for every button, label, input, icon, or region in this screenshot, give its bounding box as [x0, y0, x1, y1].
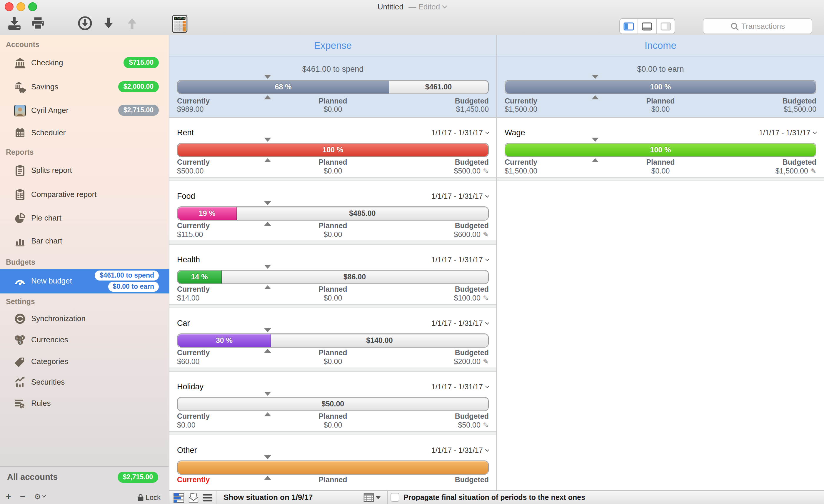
period-selector[interactable]: 1/1/17 - 1/31/17: [431, 256, 489, 264]
left-panel-icon: [623, 22, 634, 30]
avatar: [14, 105, 26, 116]
down-arrow-icon: [102, 16, 115, 30]
period-selector[interactable]: 1/1/17 - 1/31/17: [431, 192, 489, 201]
edit-budget-icon[interactable]: ✎: [811, 167, 816, 175]
pie-chart-icon: [14, 212, 26, 224]
propagate-option: Propagate final situation of periods to …: [391, 493, 585, 502]
download-button[interactable]: [102, 16, 115, 30]
print-button[interactable]: [30, 16, 45, 30]
calculator-button[interactable]: 3.141593: [172, 15, 188, 33]
expense-summary: $461.00 to spend 68 % $461.00 Currently …: [170, 57, 496, 118]
edit-budget-icon[interactable]: ✎: [483, 294, 489, 302]
import-button[interactable]: [78, 16, 92, 30]
account-name: Cyril Anger: [31, 100, 69, 121]
sidebar-item-comparative-report[interactable]: Comparative report: [0, 184, 170, 205]
right-panel-icon: [660, 22, 671, 30]
title-toolbar: Untitled — Edited: [0, 0, 824, 36]
window-title: Untitled — Edited: [0, 2, 824, 11]
sidebar-item-synchronization[interactable]: Synchronization: [0, 308, 170, 329]
sidebar-item-savings[interactable]: Savings $2,000.00: [0, 77, 170, 98]
sidebar-item-scheduler[interactable]: Scheduler: [0, 122, 170, 143]
view-sidebar-toggle[interactable]: [620, 19, 638, 33]
upload-button-disabled[interactable]: [126, 16, 138, 30]
export-button[interactable]: [188, 493, 199, 503]
lock-button[interactable]: Lock: [137, 493, 161, 502]
budgeted-label: Budgeted: [385, 97, 489, 105]
sidebar-item-checking[interactable]: Checking $715.00: [0, 53, 170, 74]
view-rightpanel-toggle[interactable]: [657, 19, 675, 33]
document-title: Untitled: [378, 2, 403, 11]
edit-budget-icon[interactable]: ✎: [483, 167, 489, 175]
add-account-button[interactable]: +: [6, 491, 11, 501]
sidebar-item-label: Comparative report: [31, 184, 97, 205]
title-chevron-icon[interactable]: [442, 4, 447, 8]
gauge-icon: [14, 275, 26, 287]
period-selector[interactable]: 1/1/17 - 1/31/17: [759, 129, 816, 137]
expense-column: Expense $461.00 to spend 68 % $461.00 Cu…: [170, 35, 496, 504]
propagate-checkbox[interactable]: [391, 493, 399, 502]
sidebar-item-categories[interactable]: Categories: [0, 351, 170, 372]
budget-bars-view-button[interactable]: [173, 493, 185, 503]
sync-icon: [14, 313, 26, 325]
sidebar-item-securities[interactable]: Securities: [0, 372, 170, 393]
all-accounts-badge: $2,715.00: [118, 472, 158, 483]
edit-budget-icon[interactable]: ✎: [483, 421, 489, 429]
remove-account-button[interactable]: −: [20, 491, 25, 501]
up-arrow-icon: [126, 16, 138, 30]
action-gear-button[interactable]: ⚙: [34, 492, 45, 501]
planned-value: $0.00: [281, 105, 385, 113]
sidebar-item-label: Pie chart: [31, 208, 62, 229]
currencies-icon: € ¥ $: [14, 334, 26, 346]
expense-title: Expense: [170, 35, 496, 56]
expense-headline: $461.00 to spend: [170, 65, 496, 74]
save-button[interactable]: [7, 16, 22, 30]
list-menu-button[interactable]: [203, 494, 212, 502]
lock-icon: [137, 493, 144, 502]
planned-value: $0.00: [281, 294, 385, 302]
account-balance-badge: $715.00: [124, 57, 159, 68]
view-bottombar-toggle[interactable]: [638, 19, 657, 33]
budgeted-value: $50.00✎: [385, 421, 489, 429]
currently-value: $1,500.00: [505, 167, 608, 175]
sidebar-item-rules[interactable]: Rules: [0, 393, 170, 414]
bar-fill-label: 68 %: [178, 81, 389, 94]
planned-value: $0.00: [281, 421, 385, 429]
search-placeholder: Transactions: [741, 22, 785, 30]
sidebar-item-currencies[interactable]: € ¥ $ Currencies: [0, 329, 170, 350]
section-accounts: Accounts: [6, 40, 39, 50]
search-field[interactable]: Transactions: [703, 18, 812, 34]
sidebar-item-splits-report[interactable]: Splits report: [0, 160, 170, 181]
sidebar-item-bar-chart[interactable]: Bar chart: [0, 230, 170, 252]
period-selector[interactable]: 1/1/17 - 1/31/17: [431, 383, 489, 391]
print-icon: [30, 16, 45, 30]
budgeted-value: $200.00✎: [385, 358, 489, 366]
section-budgets: Budgets: [6, 258, 35, 268]
bank-icon: [14, 57, 26, 69]
planned-value: $0.00: [608, 167, 712, 175]
period-selector[interactable]: 1/1/17 - 1/31/17: [431, 319, 489, 327]
currently-value: $989.00: [177, 105, 281, 113]
category-row-food: Food 1/1/17 - 1/31/17 19 %$485.00 Curren…: [170, 181, 496, 245]
category-row-car: Car 1/1/17 - 1/31/17 30 %$140.00 Current…: [170, 308, 496, 372]
bar-rest-label: $461.00: [389, 81, 488, 94]
planned-value: $0.00: [608, 105, 712, 113]
edit-budget-icon[interactable]: ✎: [483, 358, 489, 366]
expense-summary-bar: 68 % $461.00: [177, 80, 489, 94]
sidebar-item-label: Categories: [31, 351, 68, 372]
row-separator: [170, 240, 496, 245]
period-selector[interactable]: 1/1/17 - 1/31/17: [431, 129, 489, 137]
sidebar: Accounts Checking $715.00 Savings $2,000…: [0, 35, 170, 504]
budgeted-value: $500.00✎: [385, 167, 489, 175]
period-selector[interactable]: 1/1/17 - 1/31/17: [431, 446, 489, 455]
sidebar-item-new-budget[interactable]: New budget $461.00 to spend $0.00 to ear…: [0, 269, 170, 293]
category-bar: 100 %: [177, 143, 489, 157]
date-picker-button[interactable]: [364, 493, 381, 502]
budgeted-value: $100.00✎: [385, 294, 489, 302]
lock-label: Lock: [145, 493, 161, 502]
edit-budget-icon[interactable]: ✎: [483, 230, 489, 239]
section-reports: Reports: [6, 148, 33, 158]
budget-main: Expense $461.00 to spend 68 % $461.00 Cu…: [170, 35, 824, 504]
sidebar-item-cyril-anger[interactable]: Cyril Anger $2,715.00: [0, 100, 170, 121]
save-icon: [7, 16, 22, 30]
sidebar-item-pie-chart[interactable]: Pie chart: [0, 208, 170, 229]
